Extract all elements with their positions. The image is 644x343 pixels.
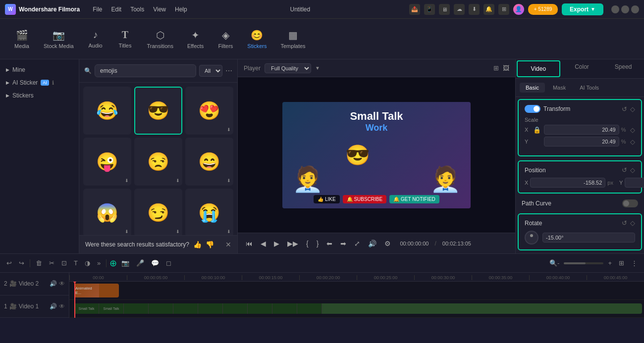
subscribe-button[interactable]: 🔔 SUBSCRIBE (343, 195, 387, 203)
panel-ai-sticker[interactable]: ▶ AI Sticker AI ℹ (0, 76, 79, 89)
scale-x-input[interactable] (544, 125, 619, 135)
delete-button[interactable]: 🗑 (33, 258, 45, 268)
toolbar-media[interactable]: 🎬 Media (8, 25, 36, 53)
sticker-cell-1[interactable]: 😎 (134, 87, 182, 135)
sticker-cell-3[interactable]: 😜⬇ (83, 138, 131, 186)
bell-icon[interactable]: 🔔 (483, 4, 494, 15)
transform-reset-icon[interactable]: ↺ (622, 105, 627, 113)
clip-video1[interactable]: Small Talk Small Talk (74, 303, 642, 314)
color-button[interactable]: ◑ (82, 258, 93, 268)
scale-x-keyframe[interactable]: ◇ (630, 126, 635, 134)
sticker-cell-2[interactable]: 😍⬇ (185, 87, 233, 135)
view-options-button[interactable]: ⊞ (616, 258, 627, 268)
track1-visible-icon[interactable]: 👁 (59, 303, 65, 310)
minimize-button[interactable]: ─ (611, 5, 619, 13)
sticker-cell-7[interactable]: 😏⬇ (134, 189, 182, 235)
zoom-in-button[interactable]: + (605, 258, 614, 268)
sticker-cell-5[interactable]: 😄⬇ (185, 138, 233, 186)
toolbar-templates[interactable]: ▦ Templates (274, 25, 311, 53)
sticker-cell-6[interactable]: 😱⬇ (83, 189, 131, 235)
mic-button[interactable]: 🎤 (134, 258, 147, 268)
redo-button[interactable]: ↪ (16, 258, 27, 268)
prev-frame-button[interactable]: ◀ (258, 238, 269, 249)
subtab-mask[interactable]: Mask (547, 83, 572, 93)
toolbar-filters[interactable]: ◈ Filters (212, 25, 239, 53)
skip-back-button[interactable]: ⏮ (243, 238, 256, 249)
avatar[interactable]: 👤 (513, 4, 524, 15)
rotate-keyframe-icon[interactable]: ◇ (630, 219, 635, 227)
search-input[interactable] (95, 64, 196, 77)
thumbs-up-button[interactable]: 👍 (193, 241, 202, 248)
zoom-out-button[interactable]: 🔍- (547, 258, 562, 268)
tab-video[interactable]: Video (517, 60, 560, 77)
export-button[interactable]: Reset Export ▼ (562, 3, 603, 15)
toolbar-titles[interactable]: T Titles (111, 25, 139, 52)
mark-out-button[interactable]: } (314, 238, 322, 249)
toolbar-audio[interactable]: ♪ Audio (82, 25, 109, 52)
track-mute-icon[interactable]: 🔊 (50, 280, 57, 287)
pos-y-input[interactable] (625, 178, 644, 188)
toolbar-transitions[interactable]: ⬡ Transitions (141, 25, 179, 53)
more-options-button[interactable]: ⋮ (629, 258, 640, 268)
close-button[interactable]: × (631, 5, 639, 13)
menu-edit[interactable]: Edit (107, 4, 125, 15)
scene-icon[interactable]: 🖼 (503, 64, 509, 72)
fullscreen-button[interactable]: ⤢ (351, 238, 363, 249)
scale-y-input[interactable] (544, 137, 619, 147)
scale-y-keyframe[interactable]: ◇ (630, 138, 635, 146)
position-reset-icon[interactable]: ↺ (622, 166, 627, 174)
cloud-icon[interactable]: ☁ (454, 4, 465, 15)
more-button[interactable]: » (95, 258, 103, 268)
position-keyframe-icon[interactable]: ◇ (630, 166, 635, 174)
track1-mute-icon[interactable]: 🔊 (50, 303, 57, 310)
feedback-close-button[interactable]: ✕ (225, 241, 231, 248)
transform-keyframe-icon[interactable]: ◇ (630, 105, 635, 113)
toolbar-effects[interactable]: ✦ Effects (181, 25, 210, 53)
mask-tl-button[interactable]: ◻ (163, 258, 174, 268)
menu-tools[interactable]: Tools (126, 4, 148, 15)
apps-icon[interactable]: ⊞ (498, 4, 509, 15)
menu-file[interactable]: File (89, 4, 106, 15)
menu-view[interactable]: View (149, 4, 170, 15)
maximize-button[interactable]: □ (621, 5, 629, 13)
undo-button[interactable]: ↩ (4, 258, 14, 268)
play-button[interactable]: ▶ (271, 238, 282, 249)
sticker-cell-4[interactable]: 😒⬇ (134, 138, 182, 186)
panel-stickers[interactable]: ▶ Stickers (0, 89, 79, 102)
settings-button[interactable]: ⚙ (381, 238, 394, 249)
camera-button[interactable]: 📷 (119, 258, 132, 268)
transform-toggle[interactable] (525, 105, 540, 113)
thumbs-down-button[interactable]: 👎 (206, 241, 214, 248)
tab-color[interactable]: Color (561, 59, 603, 78)
like-button[interactable]: 👍 LIKE (314, 195, 339, 203)
clip-fwd-button[interactable]: ➡ (337, 238, 349, 249)
plus-coins-icon[interactable]: + 51289 (528, 4, 558, 15)
pos-x-input[interactable] (530, 178, 605, 188)
clip-back-button[interactable]: ⬅ (323, 238, 335, 249)
filter-select[interactable]: All (199, 65, 222, 77)
subtab-ai-tools[interactable]: AI Tools (574, 83, 605, 93)
mark-in-button[interactable]: { (303, 238, 312, 249)
volume-button[interactable]: 🔊 (365, 238, 379, 249)
text-button[interactable]: T (71, 258, 80, 268)
zoom-slider[interactable] (564, 262, 603, 264)
toolbar-stock-media[interactable]: 📷 Stock Media (38, 25, 80, 53)
track-visible-icon[interactable]: 👁 (59, 280, 65, 287)
caption-button[interactable]: 💬 (149, 258, 161, 268)
sticker-cell-0[interactable]: 😂 (83, 87, 131, 135)
add-media-button[interactable]: ⊕ (109, 258, 117, 269)
more-options-icon[interactable]: ⋯ (225, 67, 232, 75)
monitor-icon[interactable]: 🖥 (439, 4, 450, 15)
sticker-cell-8[interactable]: 😭⬇ (185, 189, 233, 235)
download-icon[interactable]: ⬇ (469, 4, 480, 15)
path-curve-toggle[interactable] (622, 199, 638, 207)
quality-select[interactable]: Full Quality (265, 63, 311, 73)
playhead[interactable] (74, 282, 75, 318)
toolbar-stickers[interactable]: 😊 Stickers (241, 25, 272, 53)
crop-button[interactable]: ⊡ (59, 258, 69, 268)
grid-view-icon[interactable]: ⊞ (493, 64, 499, 72)
next-frame-button[interactable]: ▶▶ (284, 238, 301, 249)
tab-speed[interactable]: Speed (602, 59, 644, 78)
rotate-dial[interactable] (525, 231, 538, 245)
rotate-input[interactable] (542, 233, 635, 243)
